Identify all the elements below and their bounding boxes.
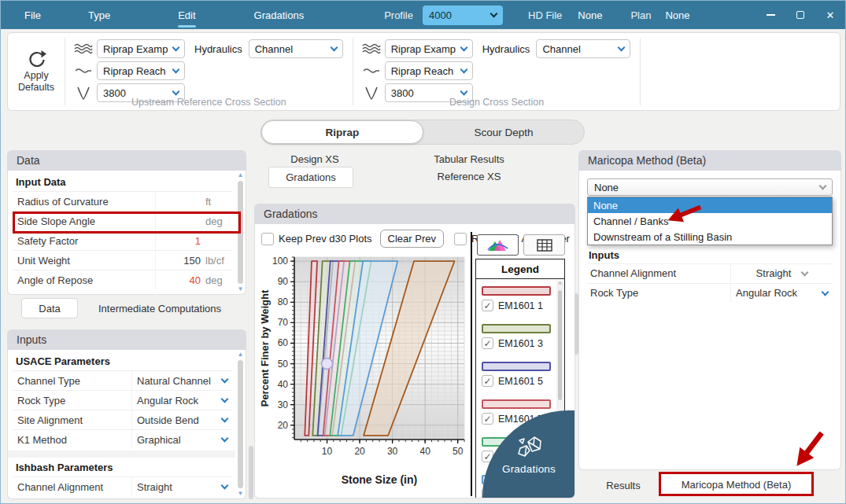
table-row[interactable]: Angle of Repose 40 deg xyxy=(13,270,232,289)
river-select[interactable]: Riprap Examp xyxy=(385,39,473,58)
table-view-button[interactable] xyxy=(523,234,565,256)
rock-type-row: Rock Type Angular Rock xyxy=(13,390,232,410)
tab-tabular-results-label: Tabular Results xyxy=(434,153,504,165)
menu-gradations[interactable]: Gradations xyxy=(251,1,308,29)
tab-intermediate-computations[interactable]: Intermediate Computations xyxy=(81,298,238,318)
legend-checkbox[interactable]: ✓ xyxy=(482,300,493,311)
maximize-button[interactable] xyxy=(785,1,815,29)
legend-checkbox[interactable]: ✓ xyxy=(482,413,493,425)
svg-text:30: 30 xyxy=(387,446,398,457)
close-button[interactable]: ✕ xyxy=(815,1,845,29)
row-value[interactable] xyxy=(155,192,201,211)
chevron-down-icon xyxy=(221,435,229,443)
menu-edit[interactable]: Edit xyxy=(175,1,198,29)
chart-view-button[interactable] xyxy=(477,234,519,256)
hydraulics-select-value: Channel xyxy=(255,43,293,55)
svg-text:50: 50 xyxy=(453,446,464,457)
maricopa-method-select[interactable]: None xyxy=(587,178,833,196)
tab-reference-xs[interactable]: Reference XS xyxy=(410,171,528,182)
profile-select[interactable]: 4000 xyxy=(423,6,503,25)
river-select[interactable]: Riprap Examp xyxy=(97,39,185,58)
hydraulics-select-value: Channel xyxy=(542,43,580,55)
menu-file-label: File xyxy=(24,9,41,21)
svg-text:10: 10 xyxy=(322,446,333,457)
apply-defaults-button[interactable]: Apply Defaults xyxy=(8,33,65,110)
reach-select[interactable]: Riprap Reach xyxy=(385,61,473,80)
row-value[interactable]: 1 xyxy=(155,231,201,250)
k1-method-select[interactable]: Graphical xyxy=(131,430,232,449)
tab-scour-depth[interactable]: Scour Depth xyxy=(423,120,584,144)
app-window: File Type Edit Gradations Profile 4000 H… xyxy=(0,0,846,504)
left-column-scrollbar[interactable] xyxy=(249,446,253,499)
reach-select-value: Riprap Reach xyxy=(391,65,454,77)
tab-gradations[interactable]: Gradations xyxy=(268,167,353,188)
tab-results[interactable]: Results xyxy=(595,475,652,495)
row-value[interactable]: 40 xyxy=(155,270,201,289)
maricopa-rock-type-select[interactable]: Angular Rock xyxy=(730,284,833,302)
scrollbar-thumb[interactable] xyxy=(558,290,562,400)
legend-swatch xyxy=(482,399,551,409)
option-none[interactable]: None xyxy=(588,197,832,213)
option-channel-banks[interactable]: Channel / Banks xyxy=(588,213,832,229)
legend-checkbox[interactable]: ✓ xyxy=(482,337,493,349)
inputs-panel-scrollbar[interactable]: ▲ ▼ xyxy=(235,350,246,498)
scroll-up-icon[interactable]: ▲ xyxy=(238,351,244,359)
site-alignment-select[interactable]: Outside Bend xyxy=(131,410,232,429)
tab-design-xs[interactable]: Design XS xyxy=(272,153,358,165)
option-label: Downstream of a Stilling Basin xyxy=(593,231,732,243)
row-label: Rock Type xyxy=(13,395,131,407)
gradations-chart[interactable]: 10203040502030405060708090100Percent Fin… xyxy=(258,252,469,490)
tab-design-xs-label: Design XS xyxy=(290,153,338,165)
menu-type-label: Type xyxy=(88,9,110,21)
group-caption: Design Cross Section xyxy=(353,97,641,108)
scroll-down-icon[interactable]: ▼ xyxy=(238,490,244,498)
hydraulics-select[interactable]: Channel xyxy=(536,39,630,58)
row-value[interactable]: 150 xyxy=(155,251,201,270)
scroll-up-icon[interactable]: ^ xyxy=(558,281,561,289)
tab-scour-depth-label: Scour Depth xyxy=(474,127,533,138)
tab-riprap-label: Riprap xyxy=(326,127,360,138)
reach-icon xyxy=(361,66,382,75)
scroll-down-icon[interactable]: ▼ xyxy=(238,285,244,293)
chevron-down-icon xyxy=(460,44,467,52)
select-value: Straight xyxy=(756,267,792,279)
tab-tabular-results[interactable]: Tabular Results xyxy=(410,153,528,165)
scroll-up-icon[interactable]: ▲ xyxy=(238,171,244,179)
data-panel-title: Data xyxy=(17,154,40,167)
menu-type[interactable]: Type xyxy=(85,1,113,29)
inputs-panel-header: Inputs xyxy=(7,329,246,350)
channel-alignment-row: Channel Alignment Straight xyxy=(13,476,232,496)
legend-checkbox[interactable]: ✓ xyxy=(482,375,493,387)
maricopa-channel-alignment-select[interactable]: Straight xyxy=(730,264,833,282)
table-row[interactable]: Radius of Curvature ft xyxy=(13,191,232,211)
minimize-button[interactable] xyxy=(755,1,785,29)
annotation-rect-side-slope xyxy=(13,212,241,234)
window-controls: ✕ xyxy=(755,1,845,29)
rock-type-select[interactable]: Angular Rock xyxy=(131,391,232,410)
legend-item-label: EM1601 3 xyxy=(498,338,543,349)
reach-select[interactable]: Riprap Reach xyxy=(97,61,185,80)
scrollbar-thumb[interactable] xyxy=(238,360,243,488)
channel-alignment-select[interactable]: Straight xyxy=(131,477,232,496)
reverse-x-checkbox[interactable] xyxy=(454,233,467,245)
hydraulics-select[interactable]: Channel xyxy=(249,39,343,58)
center-panel-scrollbar[interactable] xyxy=(574,293,578,355)
profile-value: 4000 xyxy=(429,9,452,21)
clear-prev-button[interactable]: Clear Prev xyxy=(380,230,444,248)
chevron-down-icon xyxy=(490,10,498,18)
tab-data[interactable]: Data xyxy=(21,298,78,318)
check-icon: ✓ xyxy=(483,414,491,425)
table-row[interactable]: Unit Weight 150 lb/cf xyxy=(13,250,232,270)
menu-file[interactable]: File xyxy=(21,1,44,29)
usace-parameters-header: USACE Parameters xyxy=(13,351,232,370)
option-downstream-stilling-basin[interactable]: Downstream of a Stilling Basin xyxy=(588,229,832,245)
svg-text:40: 40 xyxy=(419,446,430,457)
maximize-icon xyxy=(796,11,804,19)
channel-type-select[interactable]: Natural Channel xyxy=(131,371,232,390)
apply-defaults-label: Apply Defaults xyxy=(8,70,65,94)
channel-type-row: Channel Type Natural Channel xyxy=(13,370,232,390)
tab-data-label: Data xyxy=(39,303,60,315)
svg-text:90: 90 xyxy=(278,276,289,287)
keep-prev-checkbox[interactable] xyxy=(261,233,274,245)
tab-riprap[interactable]: Riprap xyxy=(261,120,423,144)
